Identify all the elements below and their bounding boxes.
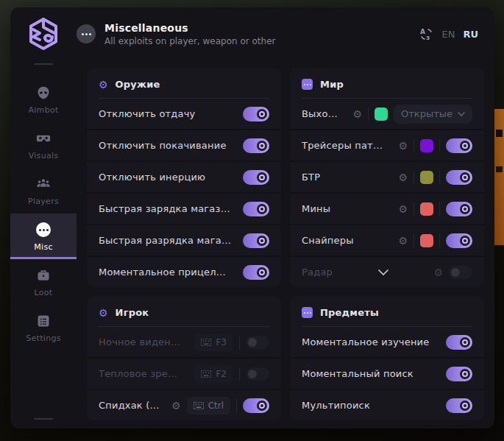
- separator: [239, 367, 240, 381]
- expand-chevron-icon[interactable]: [378, 269, 388, 275]
- sidebar-item-aimbot[interactable]: Aimbot: [10, 77, 77, 122]
- gear-icon[interactable]: ⚙: [171, 401, 181, 411]
- gear-icon[interactable]: ⚙: [433, 267, 443, 278]
- separator: [414, 234, 414, 247]
- separator: [368, 107, 369, 121]
- row-instant-aim: Моментальное прицеливание: [87, 255, 281, 287]
- window-header: Miscellaneous All exploits on player, we…: [10, 7, 494, 60]
- translate-icon[interactable]: A з: [419, 27, 433, 41]
- world-dots-icon: [302, 79, 313, 90]
- toggle[interactable]: [243, 107, 269, 121]
- color-swatch[interactable]: [420, 171, 433, 184]
- toggle[interactable]: [446, 233, 472, 248]
- row-btr: БТР ⚙: [290, 160, 484, 192]
- sidebar: Aimbot Visuals: [10, 60, 77, 428]
- color-swatch[interactable]: [420, 139, 433, 152]
- lang-en-button[interactable]: EN: [441, 29, 455, 40]
- separator: [414, 171, 414, 184]
- page-title: Miscellaneous: [104, 22, 275, 34]
- hotkey-badge[interactable]: F2: [194, 365, 233, 383]
- sidebar-item-loot[interactable]: Loot: [10, 259, 77, 305]
- gear-icon[interactable]: ⚙: [398, 141, 408, 151]
- toggle[interactable]: [449, 266, 472, 279]
- toggle[interactable]: [243, 202, 269, 216]
- keyboard-icon: [201, 339, 211, 346]
- toggle[interactable]: [446, 398, 472, 413]
- sidebar-item-visuals[interactable]: Visuals: [10, 122, 77, 168]
- sidebar-item-misc[interactable]: Misc: [10, 214, 77, 259]
- gear-icon[interactable]: ⚙: [352, 109, 362, 119]
- sidebar-item-settings[interactable]: Settings: [10, 305, 77, 350]
- gear-icon[interactable]: ⚙: [398, 236, 408, 246]
- toggle[interactable]: [246, 367, 269, 381]
- content-area: ⚙ Оружие Отключить отдачу Отключить пока…: [77, 60, 494, 428]
- section-player: ⚙ Игрок Ночное видение F3: [87, 296, 281, 420]
- row-exits: Выходы ⚙ Открытые: [290, 99, 484, 129]
- separator: [439, 171, 440, 184]
- section-title: Мир: [320, 79, 344, 90]
- app-logo: [10, 17, 77, 51]
- page-subtitle: All exploits on player, weapon or other: [104, 36, 275, 46]
- players-group-icon: [35, 177, 52, 191]
- toggle[interactable]: [243, 138, 269, 153]
- svg-text:з: з: [426, 34, 430, 41]
- alien-icon: [36, 85, 51, 100]
- toggle[interactable]: [446, 138, 472, 153]
- svg-text:A: A: [420, 28, 425, 35]
- sidebar-item-players[interactable]: Players: [10, 168, 77, 214]
- gear-icon[interactable]: ⚙: [398, 204, 408, 214]
- toggle[interactable]: [446, 335, 472, 350]
- row-instant-examine: Моментальное изучение: [290, 327, 484, 357]
- sidebar-divider: [34, 63, 53, 65]
- row-no-recoil: Отключить отдачу: [87, 99, 281, 129]
- section-title: Предметы: [320, 307, 379, 318]
- vr-goggles-icon: [35, 131, 52, 146]
- toggle[interactable]: [243, 170, 269, 185]
- separator: [236, 399, 237, 412]
- items-dots-icon: [302, 307, 313, 318]
- row-multisearch: Мультипоиск: [290, 389, 484, 420]
- cheat-menu-window: Miscellaneous All exploits on player, we…: [10, 7, 494, 428]
- color-swatch[interactable]: [420, 202, 433, 216]
- color-swatch[interactable]: [420, 234, 433, 247]
- row-bullet-tracers: Трейсеры патронов ⚙: [290, 129, 484, 160]
- separator: [439, 234, 440, 247]
- toggle[interactable]: [446, 170, 472, 185]
- exits-dropdown[interactable]: Открытые: [394, 105, 472, 124]
- toggle[interactable]: [243, 233, 269, 248]
- row-mines: Мины ⚙: [290, 192, 484, 224]
- gear-icon: ⚙: [99, 308, 108, 318]
- gear-icon[interactable]: ⚙: [398, 172, 408, 183]
- row-night-vision: Ночное видение F3: [87, 327, 281, 357]
- keyboard-icon: [201, 370, 211, 378]
- row-fast-unload: Быстрая разрядка магазинов: [87, 224, 281, 255]
- misc-ellipsis-icon: [36, 222, 51, 237]
- section-title: Оружие: [116, 79, 160, 90]
- keyboard-icon: [194, 402, 204, 409]
- toggle[interactable]: [446, 202, 472, 216]
- page-ellipsis-badge: [77, 24, 96, 43]
- toggle[interactable]: [246, 336, 269, 349]
- separator: [439, 139, 440, 152]
- toggle[interactable]: [243, 398, 269, 413]
- sidebar-bottom-divider: [34, 418, 53, 420]
- toggle[interactable]: [243, 265, 269, 280]
- row-fast-reload: Быстрая зарядка магазинов: [87, 192, 281, 224]
- separator: [439, 202, 440, 216]
- chevron-down-icon: [458, 112, 465, 116]
- settings-list-icon: [36, 314, 51, 328]
- lang-ru-button[interactable]: RU: [463, 29, 478, 40]
- row-thermal-vision: Тепловое зрение F2: [87, 357, 281, 389]
- row-instant-search: Моментальный поиск: [290, 357, 484, 389]
- hotkey-badge[interactable]: Ctrl: [187, 397, 230, 414]
- row-no-inertia: Отключить инерцию: [87, 160, 281, 192]
- briefcase-icon: [36, 268, 51, 283]
- hotkey-badge[interactable]: F3: [194, 334, 233, 351]
- gear-icon: ⚙: [99, 80, 108, 90]
- separator: [414, 202, 414, 216]
- toggle[interactable]: [446, 367, 472, 381]
- section-title: Игрок: [116, 307, 149, 318]
- sg-cube-logo-icon: [27, 17, 60, 51]
- color-swatch[interactable]: [375, 107, 388, 121]
- separator: [239, 336, 240, 349]
